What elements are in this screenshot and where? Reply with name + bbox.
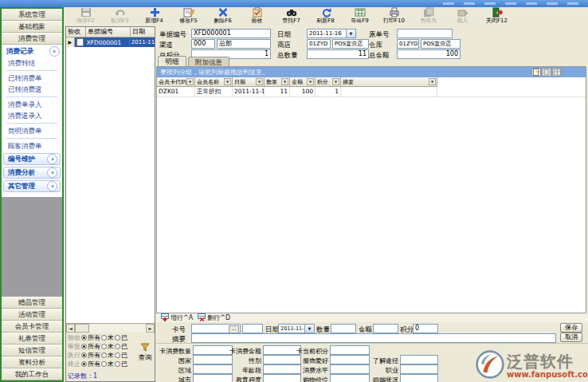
column-header-qty[interactable]: 数量▼ — [265, 77, 290, 87]
find-button[interactable]: 查找F7 — [274, 7, 308, 26]
grid-icon[interactable] — [552, 68, 562, 77]
sidebar-item-customer-order[interactable]: 顾客消费单 — [2, 140, 62, 152]
sidebar-group-consumption-records[interactable]: 消费记录 » — [2, 45, 62, 57]
window-titlebar[interactable] — [0, 0, 588, 7]
sidebar-item-consumption-transfer[interactable]: 消费转结 — [2, 57, 62, 69]
column-header-accept[interactable]: 验收 — [66, 27, 86, 37]
tab-additional-info[interactable]: 附加信息 — [188, 57, 229, 66]
print-button[interactable]: 打印F10 — [377, 7, 411, 26]
radio-accept-not[interactable]: 未 — [101, 333, 114, 342]
filter-dropdown-icon[interactable]: ▼ — [307, 78, 314, 85]
filter-dropdown-icon[interactable]: ▼ — [224, 78, 231, 85]
sidebar-group-vouchers[interactable]: 礼券管理 — [2, 333, 62, 345]
strip-cancel-button[interactable]: 取消 — [560, 333, 582, 342]
new-button[interactable]: 新增F4 — [137, 7, 171, 26]
expand-icon[interactable]: » — [47, 181, 57, 191]
chevron-down-icon[interactable]: ▼ — [346, 30, 355, 37]
delete-button[interactable]: 删除F6 — [206, 7, 240, 26]
sidebar-group-activities[interactable]: 活动管理 — [2, 309, 62, 321]
radio-terminate-all[interactable]: 所有 — [81, 360, 100, 368]
save-as-button[interactable]: 另存为 — [411, 7, 445, 26]
edit-amount-field[interactable] — [373, 324, 398, 333]
sidebar-item-return-entry[interactable]: 消费退录入 — [2, 110, 62, 121]
query-button[interactable]: 查询 — [135, 333, 155, 372]
copy-icon[interactable] — [542, 68, 551, 77]
sidebar-group-member-cards[interactable]: 会员卡管理 — [2, 321, 62, 333]
radio-execute-not[interactable]: 未 — [101, 351, 114, 360]
column-header-member-name[interactable]: 会员名称▼ — [195, 77, 233, 87]
column-header-amount[interactable]: 金额▼ — [290, 77, 316, 87]
sidebar-item-transferred-returns[interactable]: 已转消费退 — [2, 84, 62, 95]
filter-dropdown-icon[interactable]: ▼ — [332, 78, 339, 85]
add-row-button[interactable]: 增行^A — [161, 313, 193, 323]
cancel-button[interactable]: 取消F3 — [103, 7, 137, 26]
close-button[interactable]: 关闭F12 — [480, 7, 514, 26]
radio-accept-done[interactable]: 已 — [115, 333, 127, 342]
export-button[interactable]: 导出F9 — [343, 7, 377, 26]
load-button[interactable]: 载入 — [445, 7, 480, 26]
column-header-doc-no[interactable]: 单据编号 — [86, 27, 131, 37]
marital-status-field[interactable] — [400, 374, 438, 382]
sidebar-item-concise-order[interactable]: 简明消费单 — [2, 125, 62, 136]
sidebar-item-order-entry[interactable]: 消费单录入 — [2, 99, 62, 110]
shop-name-field[interactable]: POS直营店 — [332, 39, 369, 49]
radio-execute-done[interactable]: 已 — [115, 351, 127, 360]
total-qty-field[interactable]: 11 — [307, 49, 369, 59]
card-points-field[interactable] — [330, 345, 370, 355]
sidebar-group-consumption[interactable]: 消费管理 — [2, 33, 62, 45]
radio-approve-done[interactable]: 已 — [115, 342, 127, 351]
orig-no-field[interactable] — [397, 29, 453, 38]
modify-button[interactable]: 修改F5 — [171, 7, 206, 26]
referral-field[interactable] — [400, 355, 438, 364]
sidebar-group-data-analysis[interactable]: 资料分析 — [2, 356, 62, 368]
browse-button[interactable]: ... — [229, 325, 239, 333]
radio-accept-all[interactable]: 所有 — [81, 333, 100, 342]
radio-terminate-not[interactable]: 未 — [101, 360, 114, 368]
scroll-right-icon[interactable]: ► — [146, 324, 155, 333]
refresh-button[interactable]: 刷新F8 — [308, 7, 343, 26]
shop-code-field[interactable]: 01ZYD — [307, 39, 331, 49]
sidebar-item-transferred-orders[interactable]: 已转消费单 — [2, 73, 62, 84]
strip-save-button[interactable]: 保存 — [560, 323, 582, 333]
radio-approve-not[interactable]: 未 — [101, 342, 114, 351]
filter-dropdown-icon[interactable]: ▼ — [281, 78, 288, 85]
sidebar-group-sms[interactable]: 短信管理 — [2, 345, 62, 356]
card-name-field[interactable] — [242, 324, 263, 333]
column-header-summary[interactable]: 摘要▼ — [341, 77, 437, 87]
occupation-field[interactable] — [400, 364, 438, 374]
sidebar-group-my-workbench[interactable]: 我的工作台 — [2, 368, 62, 380]
edit-date-combo[interactable]: 2011-11-17▼ — [278, 324, 315, 333]
horizontal-scrollbar[interactable]: ◄ ► — [66, 323, 155, 333]
accept-checkbox[interactable] — [76, 38, 84, 46]
channel-code-field[interactable]: 000 — [191, 39, 215, 49]
radio-approve-all[interactable]: 所有 — [81, 342, 100, 351]
export-page-icon[interactable] — [531, 68, 541, 77]
tab-detail[interactable]: 明细 — [158, 56, 186, 66]
list-row-selected[interactable]: ▶ XFD000001 2011-11 — [66, 37, 155, 47]
sidebar-group-number-maintenance[interactable]: 编号维护 » — [3, 153, 61, 165]
column-header-card-code[interactable]: 会员卡代码▼ — [157, 77, 195, 87]
doc-no-field[interactable]: XFD000001 — [191, 29, 271, 38]
group-by-bar[interactable]: 要按列分组，请把列标题拖放到这里。 — [157, 67, 586, 77]
column-header-points[interactable]: 积分▼ — [316, 77, 341, 87]
delete-row-button[interactable]: 删行^D — [198, 313, 230, 323]
radio-execute-all[interactable]: 所有 — [81, 351, 100, 360]
edit-summary-field[interactable] — [191, 333, 556, 343]
chevron-down-icon[interactable]: ▼ — [304, 325, 314, 333]
total-amount-field[interactable]: 100 — [397, 49, 461, 59]
expand-icon[interactable]: » — [47, 167, 57, 178]
warehouse-code-field[interactable]: 01ZYD — [397, 39, 419, 49]
radio-terminate-done[interactable]: 已 — [115, 360, 127, 368]
card-no-field[interactable]: ... — [191, 324, 241, 333]
edit-points-field[interactable]: 0 — [413, 324, 438, 333]
column-header-date[interactable]: 日期 — [131, 27, 155, 37]
date-combo[interactable]: 2011-11-16▼ — [307, 29, 356, 38]
column-header-date[interactable]: 日期▼ — [233, 77, 265, 87]
filter-dropdown-icon[interactable]: ▼ — [256, 78, 263, 85]
channel-name-field[interactable]: 总部 — [217, 39, 271, 49]
sidebar-group-system[interactable]: 系统管理 — [2, 9, 62, 21]
expand-icon[interactable]: » — [47, 154, 57, 164]
sidebar-group-other-management[interactable]: 其它管理 » — [3, 180, 61, 192]
save-button[interactable]: 保存F2 — [69, 7, 103, 26]
sidebar-group-gifts[interactable]: 赠品管理 — [2, 297, 62, 309]
